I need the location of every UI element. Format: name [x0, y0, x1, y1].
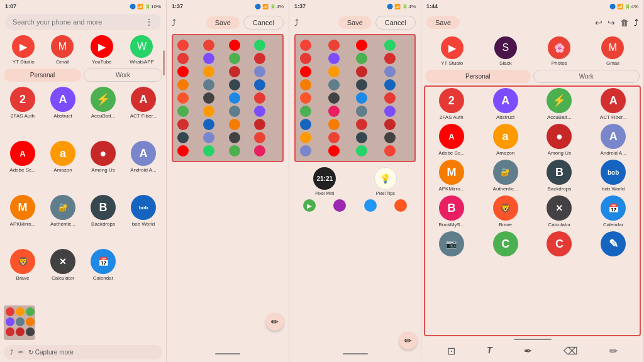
thumbnail-strip — [0, 303, 166, 343]
list-item[interactable]: aAmazon — [480, 124, 531, 156]
list-item[interactable]: ✎ — [588, 231, 638, 258]
top-apps-row-4: ▶ YT Studio S Slack 🌸 Photos M Gmail — [421, 34, 643, 67]
undo-button[interactable]: ↩ — [595, 18, 602, 28]
thumbnail[interactable] — [4, 305, 35, 340]
list-item[interactable]: 🦁Brave — [480, 195, 531, 228]
pen-tool[interactable]: ✒ — [524, 345, 532, 357]
tab-work[interactable]: Work — [84, 69, 162, 82]
fab-edit-2[interactable]: ✏ — [266, 313, 284, 331]
battery-icon-1: 🔵 — [130, 4, 136, 9]
yt-studio-icon-4: ▶ — [441, 36, 464, 59]
app-slack-4[interactable]: S Slack — [494, 36, 517, 66]
search-bar[interactable]: ⋮ — [5, 14, 161, 30]
save-button-4[interactable]: Save — [426, 16, 460, 29]
search-input[interactable] — [13, 18, 140, 26]
list-item[interactable]: 🦁Brave — [4, 249, 42, 300]
list-item[interactable]: MAPKMirro... — [4, 195, 42, 246]
tab-work-4[interactable]: Work — [533, 70, 640, 83]
list-item[interactable]: 📷 — [426, 231, 477, 258]
crop-tool[interactable]: ⊡ — [447, 345, 455, 357]
list-item[interactable]: ×Calculator — [44, 249, 82, 300]
save-button-3[interactable]: Save — [338, 16, 372, 29]
list-item[interactable]: AAdobe Sc... — [426, 124, 477, 156]
marker-tool[interactable]: ✏ — [609, 345, 618, 357]
edit-toolbar-2 — [167, 348, 289, 362]
list-item[interactable]: 🔐Authentic... — [480, 160, 531, 192]
eraser-tool[interactable]: ⌫ — [564, 345, 578, 357]
list-item[interactable]: AAndroid A... — [588, 124, 638, 156]
list-item[interactable]: 🔐Authentic... — [44, 195, 82, 246]
list-item[interactable]: ×Calculator — [535, 195, 585, 228]
app-icon-purple[interactable] — [333, 199, 346, 212]
list-item[interactable]: AACT Fiber... — [125, 87, 162, 138]
play-store-icon[interactable]: ▶ — [303, 199, 316, 212]
list-item[interactable]: 📅Calendar — [588, 195, 638, 228]
list-item[interactable]: AACT Fiber... — [588, 88, 638, 120]
list-item[interactable]: AAbstruct — [480, 88, 531, 120]
yt-studio-label: YT Studio — [13, 59, 35, 65]
status-icons-4: 🔵 📶 🔋4% — [609, 4, 638, 9]
share-icon-3[interactable]: ⤴ — [294, 18, 299, 28]
screenshot-preview-2 — [172, 34, 284, 162]
list-item[interactable]: ●Among Us — [84, 141, 122, 192]
batt-icon-3: 🔋4% — [402, 4, 416, 9]
app-icon-blue[interactable] — [364, 199, 377, 212]
delete-button[interactable]: 🗑 — [620, 18, 629, 28]
app-icon-orange[interactable] — [394, 199, 407, 212]
app-gmail[interactable]: M Gmail — [51, 35, 74, 65]
redo-button[interactable]: ↪ — [608, 18, 615, 28]
status-bar-3: 1:37 🔵 📶 🔋4% — [289, 0, 421, 11]
list-item[interactable]: ⚡AccuBatt... — [84, 87, 122, 138]
cancel-button-2[interactable]: Cancel — [243, 16, 284, 30]
app-yt-studio-4[interactable]: ▶ YT Studio — [441, 36, 464, 66]
list-item[interactable]: BBackdrops — [84, 195, 122, 246]
app-youtube[interactable]: ▶ YouTube — [91, 35, 113, 65]
save-button-2[interactable]: Save — [206, 16, 240, 29]
app-yt-studio[interactable]: ▶ YT Studio — [12, 35, 35, 65]
list-item[interactable]: bobbob World — [125, 195, 162, 246]
share-icon-2[interactable]: ⤴ — [172, 18, 176, 28]
app-whatsapp[interactable]: W WhatsAPP — [130, 35, 154, 65]
list-item[interactable]: BBackdrops — [535, 160, 585, 192]
list-item[interactable]: aAmazon — [44, 141, 82, 192]
more-icon[interactable]: ⋮ — [145, 17, 153, 27]
pixel-mini-icon: 21:21 — [313, 167, 336, 190]
list-item[interactable]: 22FAS Auth — [4, 87, 42, 138]
list-item[interactable]: 22FAS Auth — [426, 88, 477, 120]
edit-icons-row: ⊡ T ✒ ⌫ ✏ — [421, 341, 643, 362]
share-button[interactable]: ⤴ — [10, 349, 13, 356]
tab-personal-4[interactable]: Personal — [425, 70, 531, 83]
gmail-label-4: Gmail — [606, 60, 619, 66]
share-icon-4[interactable]: ⤴ — [634, 18, 638, 28]
wifi-icon-3: 📶 — [394, 4, 401, 9]
yt-studio-label-4: YT Studio — [441, 60, 463, 66]
list-item[interactable]: ⚡AccuBatt... — [535, 88, 585, 120]
app-pixel-mini[interactable]: 21:21 Pixel Mini — [313, 167, 336, 195]
app-photos-4[interactable]: 🌸 Photos — [548, 36, 570, 66]
capture-more-button[interactable]: ↻ Capture more — [28, 349, 74, 356]
app-gmail-4[interactable]: M Gmail — [601, 36, 624, 66]
list-item[interactable]: AAbstruct — [44, 87, 82, 138]
list-item[interactable]: bobbob World — [588, 160, 638, 192]
list-item[interactable]: AAndroid A... — [125, 141, 162, 192]
batt-icon-2: 🔋4% — [270, 4, 284, 9]
cancel-button-3[interactable]: Cancel — [375, 16, 416, 30]
toolbar-3: ⤴ Save Cancel — [289, 11, 421, 34]
list-item[interactable]: BBookMyS... — [426, 195, 477, 228]
app-pixel-tips[interactable]: 💡 Pixel Tips — [374, 167, 397, 195]
list-item[interactable]: ●Among Us — [535, 124, 585, 156]
list-item[interactable]: 📅Calendar — [84, 249, 122, 300]
gmail-icon-4: M — [601, 36, 624, 59]
list-item[interactable]: C — [480, 231, 531, 258]
list-item[interactable]: AAdobe Sc... — [4, 141, 42, 192]
panel-app-drawer: 1:07 🔵 📶 🔋10% ⋮ ▶ YT Studio M Gmail ▶ Yo… — [0, 0, 167, 362]
app-grid-4: 22FAS Auth AAbstruct ⚡AccuBatt... AACT F… — [421, 85, 643, 260]
list-item[interactable]: MAPKMirro... — [426, 160, 477, 192]
fab-edit-3[interactable]: ✏ — [399, 332, 417, 349]
status-bar-1: 1:07 🔵 📶 🔋10% — [0, 0, 166, 11]
tab-personal[interactable]: Personal — [4, 69, 81, 82]
toolbar-divider-2 — [215, 353, 240, 354]
list-item[interactable]: C — [535, 231, 585, 258]
edit-button[interactable]: ✏ — [18, 349, 23, 356]
text-tool[interactable]: T — [487, 345, 492, 357]
